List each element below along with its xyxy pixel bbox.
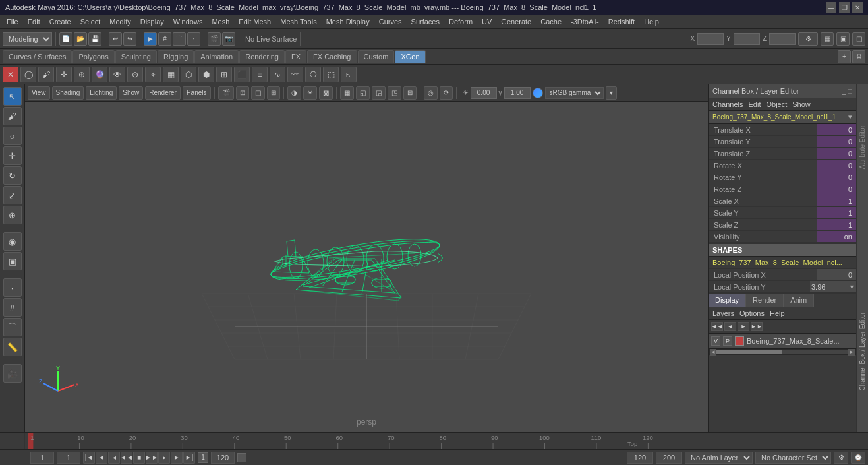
prev-key-btn[interactable]: ◂: [108, 452, 120, 464]
object-menu[interactable]: Object: [766, 100, 787, 108]
tool-universal[interactable]: ⊕: [3, 206, 22, 224]
scroll-track[interactable]: [716, 350, 848, 354]
timeline-content[interactable]: 1 10 20 30 40 50 60 70: [25, 433, 720, 449]
layout-btn3[interactable]: ◫: [852, 32, 865, 46]
x-input[interactable]: [697, 33, 724, 45]
vp-cam-btn4[interactable]: ⊞: [267, 86, 280, 100]
attribute-editor-label[interactable]: Attribute Editor: [859, 125, 866, 169]
tool-snap-pt[interactable]: ·: [3, 278, 22, 297]
render-tab[interactable]: Render: [746, 294, 784, 307]
menu-3dto[interactable]: -3DtoAll-: [567, 16, 603, 27]
restore-button[interactable]: ❐: [839, 2, 850, 13]
tool-lasso-sel[interactable]: ○: [3, 127, 22, 145]
vp-smooth2[interactable]: ◲: [372, 86, 386, 100]
tool-mesh-4[interactable]: ⊞: [216, 67, 232, 82]
stop-btn[interactable]: ■: [133, 452, 145, 464]
tool-wave[interactable]: 〰: [287, 67, 303, 82]
tool-cage[interactable]: ⬚: [323, 67, 339, 82]
menu-surfaces[interactable]: Surfaces: [407, 16, 444, 27]
next-frame-btn[interactable]: ►: [171, 452, 183, 464]
menu-cache[interactable]: Cache: [536, 16, 565, 27]
tool-camera[interactable]: 🎥: [3, 364, 22, 383]
scale-x-value[interactable]: 1: [817, 195, 856, 206]
anim-tab[interactable]: Anim: [784, 294, 814, 307]
select-btn[interactable]: ▶: [144, 32, 157, 46]
go-to-end-btn[interactable]: ►|: [183, 452, 195, 464]
vp-show-menu[interactable]: Show: [119, 86, 143, 100]
tool-eye[interactable]: 👁: [109, 67, 125, 82]
tab-rigging[interactable]: Rigging: [158, 50, 194, 63]
play-back-btn[interactable]: ◄◄: [121, 452, 132, 464]
menu-display[interactable]: Display: [136, 16, 168, 27]
play-fwd-btn[interactable]: ►►: [146, 452, 158, 464]
vp-renderer-menu[interactable]: Renderer: [145, 86, 181, 100]
next-key-btn[interactable]: ▸: [158, 452, 170, 464]
tool-curve[interactable]: ∿: [270, 67, 285, 82]
menu-generate[interactable]: Generate: [497, 16, 535, 27]
scroll-right-arrow[interactable]: ►: [848, 349, 855, 356]
shelf-add-btn[interactable]: +: [838, 50, 851, 63]
prev-frame-btn[interactable]: ◄: [96, 452, 107, 464]
tool-move[interactable]: ✛: [56, 67, 72, 82]
help-menu[interactable]: Help: [770, 309, 785, 317]
vp-view-menu[interactable]: View: [28, 86, 50, 100]
tool-mesh-1[interactable]: ▦: [163, 67, 179, 82]
rotate-y-value[interactable]: 0: [817, 171, 856, 183]
scale-z-value[interactable]: 1: [817, 219, 856, 230]
tool-create[interactable]: ⊕: [74, 67, 90, 82]
tool-select[interactable]: ✕: [3, 67, 18, 82]
anim-end-input[interactable]: [627, 452, 653, 464]
layers-menu[interactable]: Layers: [712, 309, 734, 317]
vp-settings-btn[interactable]: ▾: [606, 86, 617, 100]
cb-collapse-btn[interactable]: _: [842, 87, 846, 95]
undo-btn[interactable]: ↩: [109, 32, 122, 46]
layer-scroll-left[interactable]: ◄◄: [711, 322, 723, 331]
vp-motion-trail[interactable]: ⟳: [440, 86, 453, 100]
layer-scroll-prev[interactable]: ◄: [724, 322, 736, 331]
tool-snap-grid[interactable]: #: [3, 298, 22, 317]
vp-cam-btn2[interactable]: ⊡: [236, 86, 249, 100]
tool-soft-mod[interactable]: ◉: [3, 232, 22, 251]
tool-layer[interactable]: ≡: [252, 67, 268, 82]
expand-arrow-icon[interactable]: ▼: [849, 284, 855, 290]
layer-color-swatch[interactable]: [735, 336, 744, 346]
layer-scroll-right[interactable]: ►►: [751, 322, 763, 331]
tab-xgen[interactable]: XGen: [395, 50, 425, 63]
tool-scale[interactable]: ⤢: [3, 186, 22, 204]
render-btn[interactable]: 🎬: [208, 32, 221, 46]
autokey-btn[interactable]: ⌚: [851, 452, 865, 464]
tool-snap-curve[interactable]: ⌒: [3, 318, 22, 336]
tool-translate[interactable]: ✛: [3, 146, 22, 165]
gamma-mode-select[interactable]: sRGB gamma: [545, 87, 604, 99]
gamma-value-input[interactable]: [504, 87, 531, 99]
start-frame-input[interactable]: [57, 452, 80, 464]
options-menu[interactable]: Options: [739, 309, 765, 317]
layout-btn1[interactable]: ▦: [821, 32, 834, 46]
local-pos-y-value[interactable]: 3.96 ▼: [810, 281, 856, 292]
tool-paint[interactable]: 🖌: [38, 67, 54, 82]
layout-btn2[interactable]: ▣: [836, 32, 850, 46]
vp-shadows[interactable]: ▩: [319, 86, 333, 100]
rotate-x-value[interactable]: 0: [817, 160, 856, 171]
vp-hud[interactable]: ◎: [424, 86, 438, 100]
save-btn[interactable]: 💾: [88, 32, 101, 46]
minimize-button[interactable]: —: [826, 2, 836, 13]
tool-lasso[interactable]: ◯: [20, 67, 36, 82]
tab-fx-caching[interactable]: FX Caching: [307, 50, 357, 63]
layer-name[interactable]: Boeing_737_Max_8_Scale...: [747, 337, 854, 345]
tool-measure[interactable]: 📏: [3, 338, 22, 356]
ipr-btn[interactable]: 📷: [222, 32, 235, 46]
no-anim-layer-select[interactable]: No Anim Layer: [685, 452, 753, 464]
no-char-set-select[interactable]: No Character Set: [755, 452, 831, 464]
tool-select-mode[interactable]: ↖: [3, 87, 22, 106]
vp-isolate[interactable]: ◑: [287, 86, 301, 100]
shelf-gear-btn[interactable]: ⚙: [852, 50, 865, 63]
new-file-btn[interactable]: 📄: [59, 32, 72, 46]
tab-fx[interactable]: FX: [285, 50, 306, 63]
layer-scroll-next[interactable]: ►: [738, 322, 749, 331]
close-button[interactable]: ✕: [852, 2, 863, 13]
tab-custom[interactable]: Custom: [358, 50, 395, 63]
menu-edit-mesh[interactable]: Edit Mesh: [235, 16, 275, 27]
snap-curve-btn[interactable]: ⌒: [173, 32, 186, 46]
menu-create[interactable]: Create: [45, 16, 75, 27]
